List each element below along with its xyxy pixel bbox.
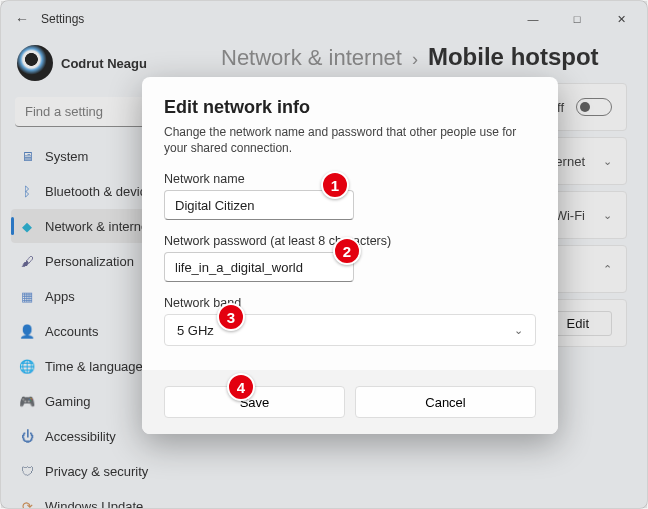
- network-password-input[interactable]: [164, 252, 354, 282]
- network-name-label: Network name: [164, 172, 536, 186]
- save-button[interactable]: Save: [164, 386, 345, 418]
- callout-4: 4: [227, 373, 255, 401]
- cancel-button[interactable]: Cancel: [355, 386, 536, 418]
- network-band-value: 5 GHz: [177, 323, 214, 338]
- dialog-description: Change the network name and password tha…: [164, 124, 536, 156]
- chevron-down-icon: ⌄: [514, 324, 523, 337]
- callout-1: 1: [321, 171, 349, 199]
- callout-3: 3: [217, 303, 245, 331]
- settings-window: ← Settings — □ ✕ Codrut Neagu 🖥SystemᛒBl…: [0, 0, 648, 509]
- dialog-title: Edit network info: [164, 97, 536, 118]
- callout-2: 2: [333, 237, 361, 265]
